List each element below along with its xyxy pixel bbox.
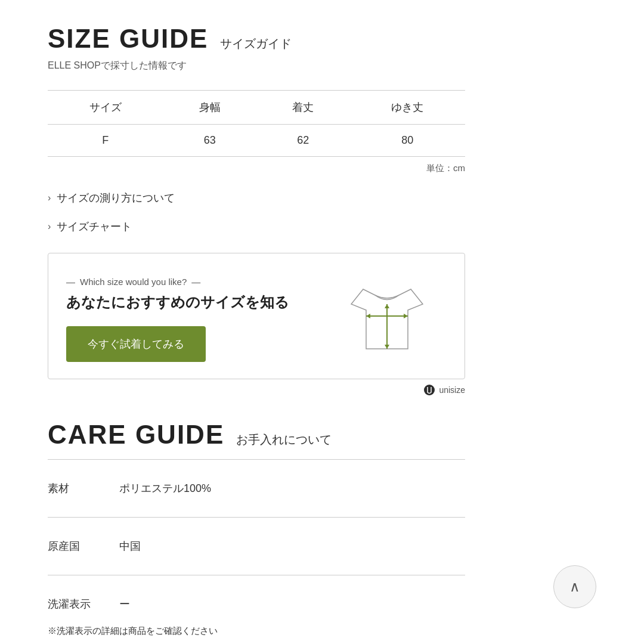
chevron-right-icon: › (48, 193, 51, 203)
care-value-material: ポリエステル100% (119, 481, 465, 496)
care-row-origin: 原産国 中国 (48, 527, 465, 565)
size-guide-title-row: SIZE GUIDE サイズガイド (48, 24, 596, 54)
care-label-washing: 洗濯表示 (48, 597, 119, 611)
size-guide-title-en: SIZE GUIDE (48, 24, 208, 54)
col-header-width: 身幅 (163, 91, 256, 125)
unisize-icon (423, 384, 435, 396)
accordion-label-chart: サイズチャート (57, 219, 132, 234)
cell-width: 63 (163, 125, 256, 157)
table-header-row: サイズ 身幅 着丈 ゆき丈 (48, 91, 465, 125)
accordion-label-measurement: サイズの測り方について (57, 191, 175, 205)
care-divider-top (48, 459, 465, 460)
care-row-washing: 洗濯表示 ー (48, 585, 465, 623)
unisize-tagline: Which size would you like? (66, 277, 327, 287)
size-guide-section: SIZE GUIDE サイズガイド ELLE SHOPで採寸した情報です サイズ… (48, 24, 596, 396)
chevron-right-icon-2: › (48, 221, 51, 232)
size-table: サイズ 身幅 着丈 ゆき丈 F 63 62 80 (48, 90, 465, 157)
size-guide-subtitle: ELLE SHOPで採寸した情報です (48, 60, 596, 72)
size-guide-title-ja: サイズガイド (220, 36, 292, 52)
unisize-logo-icon (423, 384, 435, 396)
tshirt-illustration (339, 271, 435, 367)
chevron-up-icon: ∧ (569, 578, 580, 595)
table-row: F 63 62 80 (48, 125, 465, 157)
back-to-top-button[interactable]: ∧ (553, 565, 596, 608)
accordion-size-chart[interactable]: › サイズチャート (48, 212, 465, 241)
unisize-try-button[interactable]: 今すぐ試着してみる (66, 326, 206, 362)
unisize-label: unisize (439, 385, 465, 395)
col-header-sleeve: ゆき丈 (349, 91, 465, 125)
cell-sleeve: 80 (349, 125, 465, 157)
care-divider-2 (48, 575, 465, 575)
care-guide-title-ja: お手入れについて (236, 432, 332, 448)
unisize-footer: unisize (48, 384, 465, 396)
unisize-banner-left: Which size would you like? あなたにおすすめのサイズを… (66, 277, 327, 362)
col-header-length: 着丈 (256, 91, 349, 125)
care-value-washing: ー (119, 597, 465, 611)
care-divider-1 (48, 517, 465, 518)
care-label-origin: 原産国 (48, 539, 119, 553)
cell-length: 62 (256, 125, 349, 157)
care-guide-section: CARE GUIDE お手入れについて 素材 ポリエステル100% 原産国 中国… (48, 420, 596, 637)
unit-text: 単位：cm (48, 163, 465, 174)
care-note: ※洗濯表示の詳細は商品をご確認ください (48, 626, 465, 637)
unisize-banner-right (327, 271, 447, 367)
cell-size: F (48, 125, 163, 157)
care-value-origin: 中国 (119, 539, 465, 553)
svg-point-6 (424, 385, 435, 395)
care-row-material: 素材 ポリエステル100% (48, 469, 465, 507)
accordion-size-measurement[interactable]: › サイズの測り方について (48, 184, 465, 212)
col-header-size: サイズ (48, 91, 163, 125)
unisize-headline: あなたにおすすめのサイズを知る (66, 293, 327, 312)
unisize-banner: Which size would you like? あなたにおすすめのサイズを… (48, 253, 465, 379)
care-guide-title-row: CARE GUIDE お手入れについて (48, 420, 596, 450)
care-guide-title-en: CARE GUIDE (48, 420, 224, 450)
care-label-material: 素材 (48, 481, 119, 496)
